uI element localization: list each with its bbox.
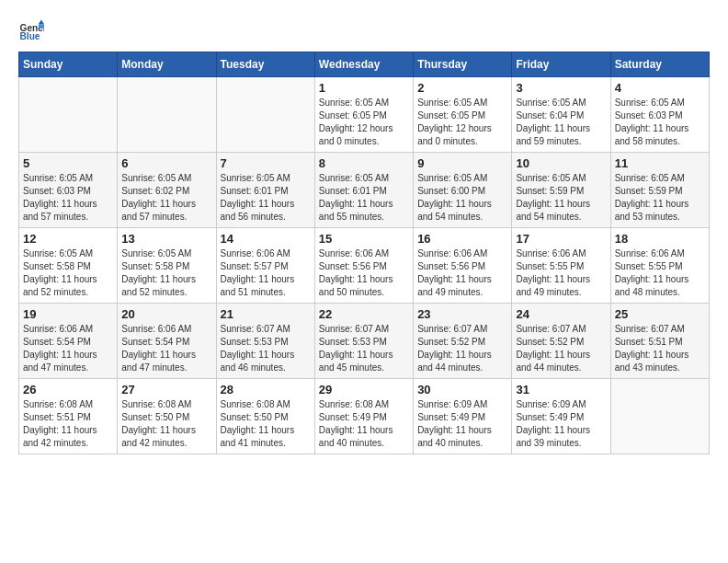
day-number: 24 — [516, 307, 606, 321]
logo-icon: General Blue — [18, 18, 44, 44]
day-number: 18 — [615, 232, 705, 246]
day-info: Sunrise: 6:05 AM Sunset: 6:01 PM Dayligh… — [319, 172, 409, 224]
day-number: 30 — [417, 383, 507, 396]
calendar-week-row: 1Sunrise: 6:05 AM Sunset: 6:05 PM Daylig… — [19, 77, 710, 153]
calendar-cell: 24Sunrise: 6:07 AM Sunset: 5:52 PM Dayli… — [512, 304, 610, 379]
day-info: Sunrise: 6:07 AM Sunset: 5:53 PM Dayligh… — [319, 323, 409, 374]
day-number: 10 — [516, 156, 606, 170]
calendar-cell: 28Sunrise: 6:08 AM Sunset: 5:50 PM Dayli… — [216, 379, 314, 454]
calendar-cell: 1Sunrise: 6:05 AM Sunset: 6:05 PM Daylig… — [314, 77, 413, 153]
day-info: Sunrise: 6:07 AM Sunset: 5:52 PM Dayligh… — [516, 323, 606, 374]
calendar-cell: 19Sunrise: 6:06 AM Sunset: 5:54 PM Dayli… — [19, 304, 118, 379]
day-info: Sunrise: 6:05 AM Sunset: 5:59 PM Dayligh… — [516, 172, 606, 224]
day-info: Sunrise: 6:08 AM Sunset: 5:50 PM Dayligh… — [221, 398, 311, 450]
calendar-cell: 17Sunrise: 6:06 AM Sunset: 5:55 PM Dayli… — [512, 228, 610, 304]
day-info: Sunrise: 6:08 AM Sunset: 5:49 PM Dayligh… — [319, 398, 409, 450]
day-info: Sunrise: 6:06 AM Sunset: 5:56 PM Dayligh… — [319, 247, 409, 299]
day-info: Sunrise: 6:05 AM Sunset: 6:05 PM Dayligh… — [319, 97, 409, 148]
calendar-week-row: 5Sunrise: 6:05 AM Sunset: 6:03 PM Daylig… — [19, 153, 710, 228]
day-info: Sunrise: 6:06 AM Sunset: 5:54 PM Dayligh… — [23, 323, 113, 374]
day-number: 7 — [221, 156, 311, 170]
day-info: Sunrise: 6:05 AM Sunset: 5:58 PM Dayligh… — [121, 247, 211, 299]
day-number: 25 — [615, 307, 705, 321]
day-info: Sunrise: 6:06 AM Sunset: 5:55 PM Dayligh… — [516, 247, 606, 299]
calendar-cell: 29Sunrise: 6:08 AM Sunset: 5:49 PM Dayli… — [314, 379, 413, 454]
day-number: 5 — [23, 156, 113, 170]
weekday-header-friday: Friday — [512, 52, 610, 77]
day-number: 22 — [319, 307, 409, 321]
day-info: Sunrise: 6:09 AM Sunset: 5:49 PM Dayligh… — [516, 398, 606, 450]
day-number: 1 — [319, 81, 409, 95]
day-number: 20 — [121, 307, 211, 321]
day-number: 16 — [417, 232, 507, 246]
weekday-header-monday: Monday — [118, 52, 216, 77]
day-number: 11 — [615, 156, 705, 170]
day-number: 27 — [121, 383, 211, 396]
svg-marker-3 — [39, 24, 44, 29]
logo: General Blue — [18, 18, 48, 44]
calendar-cell: 3Sunrise: 6:05 AM Sunset: 6:04 PM Daylig… — [512, 77, 610, 153]
calendar-week-row: 12Sunrise: 6:05 AM Sunset: 5:58 PM Dayli… — [19, 228, 710, 304]
day-number: 19 — [23, 307, 113, 321]
calendar-cell: 12Sunrise: 6:05 AM Sunset: 5:58 PM Dayli… — [19, 228, 118, 304]
day-number: 31 — [516, 383, 606, 396]
page-header: General Blue — [18, 18, 710, 44]
day-info: Sunrise: 6:05 AM Sunset: 5:59 PM Dayligh… — [615, 172, 705, 224]
calendar-cell: 26Sunrise: 6:08 AM Sunset: 5:51 PM Dayli… — [19, 379, 118, 454]
day-number: 21 — [221, 307, 311, 321]
day-info: Sunrise: 6:09 AM Sunset: 5:49 PM Dayligh… — [417, 398, 507, 450]
day-info: Sunrise: 6:05 AM Sunset: 6:03 PM Dayligh… — [615, 97, 705, 148]
calendar-cell: 22Sunrise: 6:07 AM Sunset: 5:53 PM Dayli… — [314, 304, 413, 379]
day-info: Sunrise: 6:05 AM Sunset: 6:02 PM Dayligh… — [121, 172, 211, 224]
day-number: 3 — [516, 81, 606, 95]
calendar-cell: 7Sunrise: 6:05 AM Sunset: 6:01 PM Daylig… — [216, 153, 314, 228]
day-number: 28 — [221, 383, 311, 396]
weekday-header-tuesday: Tuesday — [216, 52, 314, 77]
calendar-cell: 14Sunrise: 6:06 AM Sunset: 5:57 PM Dayli… — [216, 228, 314, 304]
calendar-week-row: 19Sunrise: 6:06 AM Sunset: 5:54 PM Dayli… — [19, 304, 710, 379]
day-number: 23 — [417, 307, 507, 321]
day-info: Sunrise: 6:05 AM Sunset: 5:58 PM Dayligh… — [23, 247, 113, 299]
day-info: Sunrise: 6:07 AM Sunset: 5:51 PM Dayligh… — [615, 323, 705, 374]
calendar-cell: 9Sunrise: 6:05 AM Sunset: 6:00 PM Daylig… — [414, 153, 512, 228]
calendar-cell: 5Sunrise: 6:05 AM Sunset: 6:03 PM Daylig… — [19, 153, 118, 228]
calendar-cell: 21Sunrise: 6:07 AM Sunset: 5:53 PM Dayli… — [216, 304, 314, 379]
calendar-cell: 31Sunrise: 6:09 AM Sunset: 5:49 PM Dayli… — [512, 379, 610, 454]
weekday-header-saturday: Saturday — [610, 52, 709, 77]
calendar-cell — [216, 77, 314, 153]
calendar-cell: 23Sunrise: 6:07 AM Sunset: 5:52 PM Dayli… — [414, 304, 512, 379]
day-number: 4 — [615, 81, 705, 95]
weekday-header-thursday: Thursday — [414, 52, 512, 77]
day-info: Sunrise: 6:06 AM Sunset: 5:57 PM Dayligh… — [221, 247, 311, 299]
weekday-header-sunday: Sunday — [19, 52, 118, 77]
calendar-cell: 30Sunrise: 6:09 AM Sunset: 5:49 PM Dayli… — [414, 379, 512, 454]
calendar-cell: 18Sunrise: 6:06 AM Sunset: 5:55 PM Dayli… — [610, 228, 709, 304]
day-info: Sunrise: 6:08 AM Sunset: 5:50 PM Dayligh… — [121, 398, 211, 450]
day-info: Sunrise: 6:08 AM Sunset: 5:51 PM Dayligh… — [23, 398, 113, 450]
calendar-cell: 13Sunrise: 6:05 AM Sunset: 5:58 PM Dayli… — [118, 228, 216, 304]
calendar-cell: 11Sunrise: 6:05 AM Sunset: 5:59 PM Dayli… — [610, 153, 709, 228]
calendar-cell: 6Sunrise: 6:05 AM Sunset: 6:02 PM Daylig… — [118, 153, 216, 228]
day-info: Sunrise: 6:05 AM Sunset: 6:04 PM Dayligh… — [516, 97, 606, 148]
day-number: 15 — [319, 232, 409, 246]
day-info: Sunrise: 6:05 AM Sunset: 6:00 PM Dayligh… — [417, 172, 507, 224]
calendar-cell: 10Sunrise: 6:05 AM Sunset: 5:59 PM Dayli… — [512, 153, 610, 228]
day-info: Sunrise: 6:06 AM Sunset: 5:54 PM Dayligh… — [121, 323, 211, 374]
day-number: 12 — [23, 232, 113, 246]
day-number: 17 — [516, 232, 606, 246]
day-number: 9 — [417, 156, 507, 170]
calendar-cell: 20Sunrise: 6:06 AM Sunset: 5:54 PM Dayli… — [118, 304, 216, 379]
calendar-table: SundayMondayTuesdayWednesdayThursdayFrid… — [18, 52, 710, 454]
day-number: 2 — [417, 81, 507, 95]
day-info: Sunrise: 6:06 AM Sunset: 5:55 PM Dayligh… — [615, 247, 705, 299]
svg-text:Blue: Blue — [20, 31, 40, 41]
weekday-header-wednesday: Wednesday — [314, 52, 413, 77]
day-info: Sunrise: 6:06 AM Sunset: 5:56 PM Dayligh… — [417, 247, 507, 299]
svg-marker-2 — [39, 20, 44, 25]
calendar-week-row: 26Sunrise: 6:08 AM Sunset: 5:51 PM Dayli… — [19, 379, 710, 454]
calendar-cell — [118, 77, 216, 153]
day-info: Sunrise: 6:05 AM Sunset: 6:03 PM Dayligh… — [23, 172, 113, 224]
day-info: Sunrise: 6:07 AM Sunset: 5:52 PM Dayligh… — [417, 323, 507, 374]
calendar-cell: 25Sunrise: 6:07 AM Sunset: 5:51 PM Dayli… — [610, 304, 709, 379]
day-number: 6 — [121, 156, 211, 170]
